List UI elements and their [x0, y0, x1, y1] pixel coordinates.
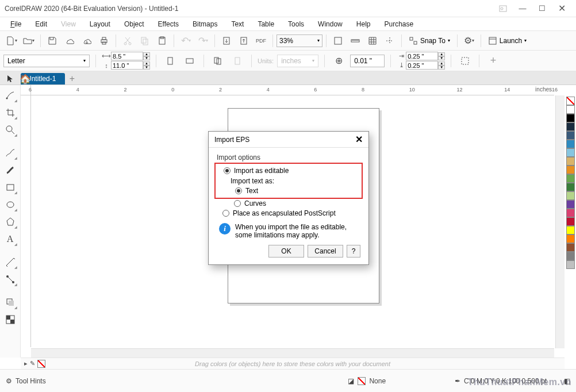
no-color-swatch[interactable]	[37, 360, 45, 368]
maximize-button[interactable]: ☐	[532, 2, 552, 16]
menu-edit[interactable]: Edit	[29, 19, 53, 29]
menu-object[interactable]: Object	[118, 19, 150, 29]
menu-window[interactable]: Window	[312, 19, 348, 29]
dup-y-input[interactable]	[406, 61, 438, 70]
dialog-close-button[interactable]: ✕	[355, 134, 363, 145]
dup-x-input[interactable]	[406, 52, 438, 60]
polygon-tool-icon[interactable]: ◢	[2, 214, 18, 230]
color-swatch[interactable]	[566, 209, 575, 217]
ruler-horizontal[interactable]: inches 6420246810121416	[31, 85, 554, 95]
no-fill-swatch[interactable]	[358, 377, 366, 385]
import-encapsulated-radio[interactable]: Place as encapsulated PostScript	[222, 209, 360, 217]
menu-text[interactable]: Text	[225, 19, 249, 29]
pick-tool-shortcut-icon[interactable]	[5, 73, 16, 84]
color-swatch[interactable]	[566, 157, 575, 166]
pen-icon[interactable]: ✒	[455, 377, 460, 385]
all-pages-icon[interactable]	[210, 53, 226, 69]
color-swatch[interactable]	[566, 252, 575, 260]
guidelines-icon[interactable]	[382, 33, 398, 49]
paste-icon[interactable]	[154, 33, 170, 49]
fullscreen-icon[interactable]	[330, 33, 346, 49]
treat-as-filled-icon[interactable]	[457, 53, 473, 69]
color-swatch[interactable]	[566, 105, 575, 114]
options-icon[interactable]: ⚙▾	[461, 33, 477, 49]
artistic-media-icon[interactable]	[2, 162, 18, 178]
ok-button[interactable]: OK	[268, 245, 304, 258]
menu-purchase[interactable]: Purchase	[378, 19, 419, 29]
add-tab-button[interactable]: +	[66, 73, 78, 84]
new-icon[interactable]: ▾	[3, 33, 20, 49]
ruler-vertical[interactable]	[21, 95, 31, 347]
page-size-combo[interactable]: Letter▾	[3, 55, 90, 67]
color-swatch[interactable]	[566, 191, 575, 200]
nudge-input[interactable]: 0.01 "	[350, 55, 385, 67]
menu-file[interactable]: File	[5, 19, 27, 29]
portrait-icon[interactable]	[162, 53, 178, 69]
minimize-button[interactable]: —	[513, 2, 532, 16]
add-button-icon[interactable]: +	[485, 53, 501, 69]
color-swatch[interactable]	[566, 166, 575, 174]
color-swatch[interactable]	[566, 226, 575, 235]
import-text-radio[interactable]: Text	[235, 187, 359, 195]
page-height-input[interactable]	[111, 61, 143, 70]
import-icon[interactable]	[218, 33, 235, 49]
print-icon[interactable]	[96, 33, 112, 49]
cancel-button[interactable]: Cancel	[308, 245, 343, 258]
import-editable-radio[interactable]: Import as editable	[224, 167, 359, 175]
cloud-save-icon[interactable]	[62, 33, 78, 49]
shape-tool-icon[interactable]: ◢	[2, 87, 18, 103]
close-button[interactable]: ✕	[552, 2, 571, 16]
launch-combo[interactable]: Launch▾	[485, 36, 530, 45]
scrollbar-vertical[interactable]	[555, 95, 565, 348]
color-swatch[interactable]	[566, 114, 575, 122]
import-curves-radio[interactable]: Curves	[234, 199, 360, 207]
color-swatch[interactable]	[566, 217, 575, 226]
color-palette[interactable]	[565, 85, 576, 358]
menu-view[interactable]: View	[55, 19, 82, 29]
welcome-icon[interactable]: 🏠	[20, 73, 31, 84]
export-icon[interactable]	[236, 33, 252, 49]
menu-bitmaps[interactable]: Bitmaps	[187, 19, 223, 29]
page-dimensions[interactable]: ⟷▲▼ ↕▲▼	[102, 52, 150, 70]
contact-icon[interactable]	[493, 2, 513, 16]
color-swatch[interactable]	[566, 243, 575, 252]
text-tool-icon[interactable]: A◢	[2, 231, 18, 247]
fill-swatch-icon[interactable]: ◪	[348, 377, 354, 385]
landscape-icon[interactable]	[182, 53, 198, 69]
freehand-tool-icon[interactable]: ◢	[2, 145, 18, 161]
open-icon[interactable]: ▾	[21, 33, 37, 49]
zoom-combo[interactable]: 33%▾	[277, 34, 322, 47]
duplicate-distance[interactable]: ⇥▲▼ ⤓▲▼	[397, 52, 445, 70]
document-palette[interactable]: ▸ ✎ Drag colors (or objects) here to sto…	[21, 358, 565, 369]
gear-icon[interactable]: ⚙	[6, 377, 12, 385]
color-swatch[interactable]	[566, 235, 575, 243]
help-button[interactable]: ?	[347, 245, 360, 258]
palette-menu-icon[interactable]: ▸	[24, 360, 28, 368]
menu-effects[interactable]: Effects	[152, 19, 185, 29]
snap-to-combo[interactable]: Snap To▾	[405, 36, 454, 45]
cloud-open-icon[interactable]	[79, 33, 95, 49]
rulers-icon[interactable]	[347, 33, 363, 49]
eyedropper-icon[interactable]: ✎	[30, 360, 35, 368]
no-color-swatch[interactable]	[566, 97, 575, 105]
transparency-icon[interactable]	[2, 312, 18, 328]
connector-tool-icon[interactable]: ◢	[2, 271, 18, 287]
menu-help[interactable]: Help	[351, 19, 377, 29]
drop-shadow-icon[interactable]: ◢	[2, 294, 18, 310]
color-swatch[interactable]	[566, 260, 575, 269]
menu-tools[interactable]: Tools	[282, 19, 310, 29]
menu-table[interactable]: Table	[252, 19, 280, 29]
rectangle-tool-icon[interactable]: ◢	[2, 179, 18, 195]
crop-tool-icon[interactable]: ◢	[2, 105, 18, 121]
pdf-icon[interactable]: PDF	[253, 33, 269, 49]
color-swatch[interactable]	[566, 183, 575, 191]
page-width-input[interactable]	[111, 52, 143, 60]
color-swatch[interactable]	[566, 131, 575, 140]
color-swatch[interactable]	[566, 148, 575, 157]
dimension-tool-icon[interactable]: ◢	[2, 254, 18, 270]
scrollbar-horizontal[interactable]	[31, 348, 554, 358]
save-icon[interactable]	[44, 33, 60, 49]
color-swatch[interactable]	[566, 140, 575, 148]
zoom-tool-icon[interactable]: ◢	[2, 122, 18, 138]
color-swatch[interactable]	[566, 200, 575, 209]
